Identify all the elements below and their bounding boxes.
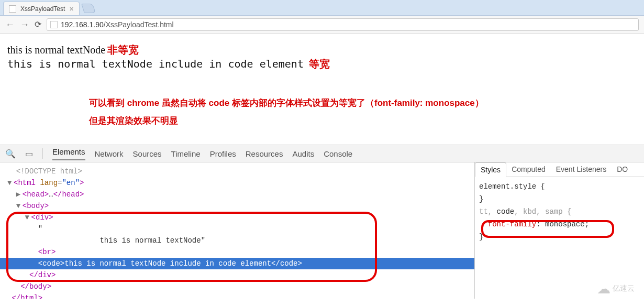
annotation-comment: 可以看到 chrome 虽然自动将 code 标签内部的字体样式设置为等宽了（f…: [89, 94, 637, 130]
dom-code-selected[interactable]: <code>this is normal textNode include in…: [0, 258, 474, 269]
styles-tab-event-listeners[interactable]: Event Listeners: [551, 162, 612, 177]
elements-panel[interactable]: <!DOCTYPE html> ▼<html lang="en"> ▶<head…: [0, 162, 474, 299]
url-host: 192.168.1.90: [61, 20, 104, 29]
close-icon[interactable]: ×: [69, 5, 73, 13]
rule-ua-close: }: [479, 231, 640, 243]
rule-ua-sel-tail: , kbd, samp {: [514, 207, 571, 216]
back-icon[interactable]: ←: [5, 20, 15, 29]
tab-sources[interactable]: Sources: [133, 149, 162, 158]
rule-ua-sel-main: code: [497, 207, 515, 216]
devtools-toolbar: 🔍 ▭ Elements Network Sources Timeline Pr…: [0, 145, 644, 162]
dom-body-close[interactable]: </body>: [7, 282, 51, 291]
rule-ua-sel-dim: tt,: [479, 207, 497, 216]
dom-text-node[interactable]: this is normal textNode": [7, 236, 205, 245]
code-text: this is normal textNode include in code …: [7, 58, 304, 70]
search-icon[interactable]: 🔍: [5, 149, 16, 159]
devtools-panes: <!DOCTYPE html> ▼<html lang="en"> ▶<head…: [0, 162, 644, 299]
forward-icon: →: [20, 20, 29, 29]
dom-div-open[interactable]: ▼<div>: [7, 213, 53, 222]
dom-br[interactable]: <br>: [7, 248, 55, 256]
url-text: 192.168.1.90/XssPayloadTest.html: [61, 20, 635, 29]
tab-resources[interactable]: Resources: [246, 149, 283, 158]
annotation-circle-dom: [6, 212, 377, 282]
tab-timeline[interactable]: Timeline: [171, 149, 201, 158]
dom-div-close[interactable]: </div>: [7, 271, 55, 279]
dom-doctype: <!DOCTYPE html>: [7, 167, 82, 176]
styles-tab-dom-truncated[interactable]: DO: [612, 162, 633, 177]
styles-tab-computed[interactable]: Computed: [506, 162, 551, 177]
device-icon[interactable]: ▭: [25, 149, 33, 159]
styles-rules[interactable]: element.style { } tt, code, kbd, samp { …: [475, 177, 644, 246]
reload-icon[interactable]: ⟳: [35, 20, 41, 29]
styles-panel: Styles Computed Event Listeners DO eleme…: [474, 162, 644, 299]
browser-tab-strip: XssPayloadTest ×: [0, 0, 644, 16]
styles-tab-styles[interactable]: Styles: [475, 162, 506, 177]
rule-element-style[interactable]: element.style {: [479, 180, 640, 193]
tab-network[interactable]: Network: [95, 149, 124, 158]
page-icon: [50, 21, 58, 28]
css-val-monospace: monospace;: [545, 220, 589, 228]
browser-tab[interactable]: XssPayloadTest ×: [3, 2, 80, 15]
separator: [42, 148, 43, 159]
rule-ua-selector[interactable]: tt, code, kbd, samp {: [479, 205, 640, 218]
annotation-monospace: 等宽: [309, 58, 330, 70]
tab-profiles[interactable]: Profiles: [210, 149, 236, 158]
browser-toolbar: ← → ⟳ 192.168.1.90/XssPayloadTest.html: [0, 16, 644, 34]
url-path: /XssPayloadTest.html: [104, 20, 174, 29]
tab-console[interactable]: Console: [324, 149, 352, 158]
dom-quote: ": [7, 225, 42, 233]
tab-title: XssPayloadTest: [20, 5, 65, 13]
page-favicon-icon: [9, 5, 16, 13]
styles-tabs: Styles Computed Event Listeners DO: [475, 162, 644, 177]
dom-html-open[interactable]: ▼<html lang="en">: [7, 179, 84, 187]
tab-elements[interactable]: Elements: [52, 147, 85, 160]
new-tab-button[interactable]: [81, 4, 96, 13]
css-prop-font-family: font-family: [488, 220, 536, 228]
page-content: this is normal textNode非等宽 this is norma…: [0, 34, 644, 145]
dom-head[interactable]: ▶<head>…</head>: [7, 190, 84, 199]
tab-audits[interactable]: Audits: [292, 149, 314, 158]
normal-text: this is normal textNode: [7, 44, 105, 56]
dom-body-open[interactable]: ▼<body>: [7, 202, 49, 210]
dom-html-close[interactable]: </html>: [7, 294, 42, 299]
comment-line-1: 可以看到 chrome 虽然自动将 code 标签内部的字体样式设置为等宽了（f…: [89, 94, 637, 112]
page-line-2: this is normal textNode include in code …: [7, 57, 637, 71]
rule-ua-declaration[interactable]: font-family: monospace;: [479, 218, 640, 231]
rule-element-style-close: }: [479, 193, 640, 205]
address-bar[interactable]: 192.168.1.90/XssPayloadTest.html: [47, 18, 639, 31]
page-line-1: this is normal textNode非等宽: [7, 43, 637, 57]
comment-line-2: 但是其渲染效果不明显: [89, 112, 637, 130]
annotation-non-monospace: 非等宽: [107, 44, 139, 56]
